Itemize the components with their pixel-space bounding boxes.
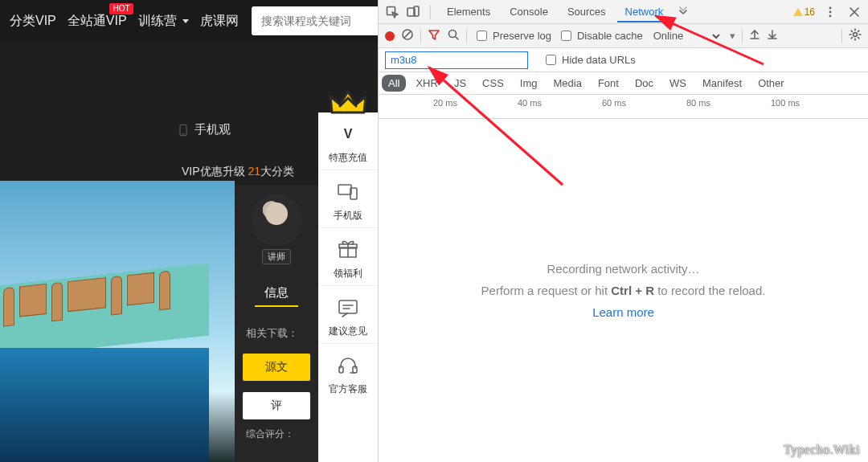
type-all[interactable]: All [382,75,406,92]
tab-network[interactable]: Network [617,1,672,22]
empty-line2: Perform a request or hit Ctrl + R to rec… [481,284,766,297]
sidebar-item-bonus[interactable]: 领福利 [318,228,378,286]
overall-score-label: 综合评分： [235,427,318,441]
type-css[interactable]: CSS [476,75,510,92]
devices-icon [334,178,362,206]
empty-hotkey: Ctrl + R [611,284,654,297]
headset-icon [334,352,362,379]
more-tabs-icon[interactable] [674,3,692,21]
tick: 100 ms [771,98,800,108]
empty-post: to record the reload. [654,284,765,297]
tab-console[interactable]: Console [502,1,556,22]
import-har-icon[interactable] [749,29,760,43]
site-search[interactable] [252,6,378,35]
sidebar-label: 领福利 [334,267,362,280]
phone-icon [177,124,190,137]
clear-icon[interactable] [401,28,414,43]
close-devtools-icon[interactable] [845,3,863,21]
warnings-badge[interactable]: 16 [793,6,815,18]
svg-line-24 [404,31,411,38]
export-har-icon[interactable] [767,29,778,43]
hide-data-urls-checkbox[interactable]: Hide data URLs [542,52,636,67]
devtools-menu-icon[interactable] [821,3,839,21]
empty-line1: Recording network activity… [547,262,699,276]
webpage-area: 分类VIP 全站通VIP HOT 训练营 虎课网 手机观 VIP优惠升级 21大… [0,0,378,462]
course-detail-column: 讲师 信息 相关下载： 源文 评 综合评分： [235,185,318,462]
preserve-log-label: Preserve log [493,30,551,42]
sidebar-item-support[interactable]: 官方客服 [318,344,378,401]
inspect-element-icon[interactable] [383,3,401,21]
sidebar-item-feedback[interactable]: 建议意见 [318,286,378,344]
svg-rect-10 [339,301,357,313]
type-img[interactable]: Img [514,75,544,92]
throttling-select[interactable]: Online [649,28,723,44]
type-manifest[interactable]: Manifest [696,75,748,92]
hot-badge: HOT [109,3,133,14]
svg-rect-15 [387,6,395,14]
disable-cache-checkbox[interactable]: Disable cache [558,28,643,43]
network-empty-state: Recording network activity… Perform a re… [379,119,868,462]
network-filter-input[interactable] [385,51,528,69]
nav-category-vip[interactable]: 分类VIP [6,11,59,31]
preserve-log-checkbox[interactable]: Preserve log [473,28,551,43]
svg-line-26 [456,37,458,39]
type-media[interactable]: Media [547,75,588,92]
network-filter-row: Hide data URLs [379,48,868,72]
svg-rect-5 [338,185,351,194]
search-input[interactable] [260,14,378,28]
type-ws[interactable]: WS [663,75,693,92]
device-toolbar-icon[interactable] [404,3,422,21]
settings-icon[interactable] [849,28,862,43]
sidebar-label: 建议意见 [329,325,367,338]
nav-site-vip[interactable]: 全站通VIP HOT [64,11,130,31]
teacher-avatar[interactable] [251,194,302,246]
sidebar-label: 官方客服 [329,382,367,396]
teacher-tag: 讲师 [262,249,291,264]
tick: 80 ms [686,98,710,108]
empty-pre: Perform a request or hit [481,284,612,297]
nav-training[interactable]: 训练营 [135,11,192,31]
top-nav: 分类VIP 全站通VIP HOT 训练营 虎课网 [0,0,378,42]
vip-icon: V [334,121,362,148]
svg-point-18 [829,6,832,9]
nav-site-name[interactable]: 虎课网 [197,11,242,31]
nav-training-label: 训练营 [138,14,177,27]
tab-info[interactable]: 信息 [255,285,298,307]
svg-text:V: V [344,127,353,141]
type-xhr[interactable]: XHR [409,75,444,92]
sidebar-item-mobile[interactable]: 手机版 [318,170,378,228]
tick: 40 ms [518,98,542,108]
feedback-icon [334,294,362,321]
hero-image [0,181,235,462]
chevron-down-icon [182,19,189,23]
learn-more-link[interactable]: Learn more [592,305,654,319]
svg-point-25 [449,31,457,38]
record-button[interactable] [385,31,395,41]
tick: 60 ms [602,98,626,108]
mobile-watch-label: 手机观 [194,122,231,137]
watermark: Typecho.Wiki [784,443,860,457]
network-toolbar: Preserve log Disable cache Online ▾ [379,24,868,48]
crown-icon [327,87,369,125]
type-other[interactable]: Other [751,75,791,92]
download-source-button[interactable]: 源文 [243,354,310,381]
type-js[interactable]: JS [448,75,473,92]
svg-point-20 [829,14,832,17]
devtools-tabbar: Elements Console Sources Network 16 [379,0,868,24]
filter-icon[interactable] [428,28,440,43]
search-network-icon[interactable] [447,28,460,43]
tick: 20 ms [433,98,457,108]
review-button[interactable]: 评 [243,392,310,419]
floating-sidebar: V 特惠充值 手机版 领福利 建议意见 官方客服 [318,112,378,462]
type-font[interactable]: Font [592,75,625,92]
tab-elements[interactable]: Elements [439,1,498,22]
type-doc[interactable]: Doc [628,75,660,92]
promo-number: 21 [248,165,260,178]
tab-sources[interactable]: Sources [559,1,614,22]
network-timeline[interactable]: 20 ms 40 ms 60 ms 80 ms 100 ms [379,95,868,119]
svg-point-31 [854,33,858,37]
disable-cache-label: Disable cache [577,30,643,42]
gift-icon [334,236,362,264]
promo-post: 大分类 [260,165,294,178]
network-type-filters: All XHR JS CSS Img Media Font Doc WS Man… [379,72,868,95]
